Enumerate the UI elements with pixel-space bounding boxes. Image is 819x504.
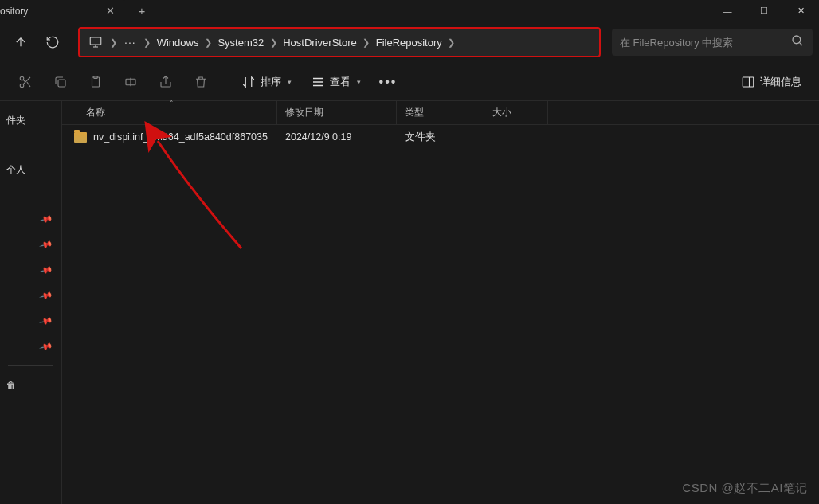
search-box[interactable] xyxy=(612,29,813,56)
sort-label: 排序 xyxy=(261,75,281,89)
file-row[interactable]: nv_dispi.inf_amd64_adf5a840df867035 2024… xyxy=(62,125,819,149)
chevron-right-icon: ❯ xyxy=(200,37,216,48)
chevron-right-icon: ❯ xyxy=(105,37,121,48)
column-header-date[interactable]: 修改日期 xyxy=(277,101,397,124)
pinned-item[interactable]: 📌 xyxy=(0,232,61,257)
details-label: 详细信息 xyxy=(760,75,801,89)
window-controls: — ☐ ✕ xyxy=(709,0,819,21)
sort-icon xyxy=(241,75,256,89)
recycle-icon: 🗑 xyxy=(6,380,16,391)
column-header-type[interactable]: 类型 xyxy=(397,101,484,124)
pin-icon: 📌 xyxy=(39,237,54,252)
chevron-down-icon: ▾ xyxy=(288,78,292,86)
list-icon xyxy=(311,75,325,89)
tab-close-button[interactable]: ✕ xyxy=(102,3,118,19)
breadcrumb-item[interactable]: System32 xyxy=(216,33,265,52)
paste-button[interactable] xyxy=(80,68,112,96)
svg-rect-8 xyxy=(743,77,754,87)
search-input[interactable] xyxy=(620,37,790,49)
breadcrumb-item[interactable]: Windows xyxy=(155,33,201,52)
divider xyxy=(8,365,53,366)
file-name-cell: nv_dispi.inf_amd64_adf5a840df867035 xyxy=(62,131,277,143)
svg-rect-0 xyxy=(90,37,101,45)
pinned-item[interactable]: 📌 xyxy=(0,334,61,359)
rename-icon xyxy=(123,75,138,89)
details-panel-icon xyxy=(741,75,755,89)
breadcrumb-ellipsis[interactable]: ··· xyxy=(121,36,139,49)
sidebar: 件夹 个人 📌 📌 📌 📌 📌 📌 🗑 xyxy=(0,101,62,504)
chevron-right-icon: ❯ xyxy=(139,37,155,48)
chevron-right-icon: ❯ xyxy=(444,37,460,48)
maximize-button[interactable]: ☐ xyxy=(746,0,782,21)
up-button[interactable] xyxy=(6,28,35,57)
share-icon xyxy=(159,75,173,89)
minimize-button[interactable]: — xyxy=(709,0,746,21)
pin-icon: 📌 xyxy=(39,263,54,277)
pc-icon xyxy=(86,35,105,49)
details-button[interactable]: 详细信息 xyxy=(733,68,809,96)
chevron-right-icon: ❯ xyxy=(265,37,281,48)
sidebar-item[interactable]: 件夹 xyxy=(0,107,61,133)
tab-title: ository xyxy=(0,6,102,17)
pinned-item[interactable]: 📌 xyxy=(0,283,61,308)
copy-icon xyxy=(53,75,68,89)
more-button[interactable]: ••• xyxy=(372,68,404,96)
view-button[interactable]: 查看 ▾ xyxy=(303,68,369,96)
svg-point-1 xyxy=(793,36,801,44)
pin-icon: 📌 xyxy=(39,314,54,328)
sort-indicator-icon: ˄ xyxy=(170,100,174,107)
main-area: 件夹 个人 📌 📌 📌 📌 📌 📌 🗑 ˄ 名称 修改日期 类型 大小 xyxy=(0,101,819,504)
file-name: nv_dispi.inf_amd64_adf5a840df867035 xyxy=(93,131,268,143)
trash-icon xyxy=(194,75,208,89)
tab[interactable]: ository ✕ xyxy=(0,0,127,21)
breadcrumb[interactable]: ❯ ··· ❯ Windows ❯ System32 ❯ HostDriverS… xyxy=(78,27,601,57)
sidebar-item-recycle[interactable]: 🗑 xyxy=(0,373,61,398)
title-bar: ository ✕ + — ☐ ✕ xyxy=(0,0,819,21)
breadcrumb-item[interactable]: HostDriverStore xyxy=(281,33,358,52)
svg-rect-4 xyxy=(58,80,65,87)
view-label: 查看 xyxy=(330,75,351,89)
pinned-item[interactable]: 📌 xyxy=(0,308,61,334)
file-type-cell: 文件夹 xyxy=(397,131,484,144)
ellipsis-icon: ••• xyxy=(379,75,398,89)
share-button[interactable] xyxy=(150,68,182,96)
delete-button[interactable] xyxy=(185,68,217,96)
sidebar-item[interactable]: 个人 xyxy=(0,157,61,182)
chevron-down-icon: ▾ xyxy=(357,78,361,86)
folder-icon xyxy=(74,132,87,143)
column-headers: ˄ 名称 修改日期 类型 大小 xyxy=(62,101,819,125)
sort-button[interactable]: 排序 ▾ xyxy=(233,68,300,96)
svg-point-3 xyxy=(20,84,24,88)
nav-bar: ❯ ··· ❯ Windows ❯ System32 ❯ HostDriverS… xyxy=(0,21,819,63)
pinned-item[interactable]: 📌 xyxy=(0,257,61,283)
close-button[interactable]: ✕ xyxy=(782,0,819,21)
search-icon xyxy=(790,33,805,51)
pin-icon: 📌 xyxy=(39,288,54,303)
cut-button[interactable] xyxy=(10,68,41,96)
pin-icon: 📌 xyxy=(39,212,54,226)
breadcrumb-item[interactable]: FileRepository xyxy=(374,33,444,52)
chevron-right-icon: ❯ xyxy=(359,37,374,48)
toolbar: 排序 ▾ 查看 ▾ ••• 详细信息 xyxy=(0,63,819,101)
svg-point-2 xyxy=(20,76,24,80)
rename-button[interactable] xyxy=(115,68,147,96)
column-header-name[interactable]: ˄ 名称 xyxy=(62,101,277,124)
refresh-button[interactable] xyxy=(38,28,67,57)
column-header-size[interactable]: 大小 xyxy=(484,101,548,124)
file-list-area: ˄ 名称 修改日期 类型 大小 nv_dispi.inf_amd64_adf5a… xyxy=(62,101,819,504)
refresh-icon xyxy=(45,35,60,49)
watermark: CSDN @赵不二AI笔记 xyxy=(682,481,808,496)
pinned-item[interactable]: 📌 xyxy=(0,206,61,232)
arrow-up-icon xyxy=(14,35,28,49)
file-date-cell: 2024/12/9 0:19 xyxy=(277,131,397,143)
separator xyxy=(225,73,225,91)
new-tab-button[interactable]: + xyxy=(127,0,156,21)
scissors-icon xyxy=(18,75,33,89)
copy-button[interactable] xyxy=(45,68,76,96)
clipboard-icon xyxy=(88,75,103,89)
pin-icon: 📌 xyxy=(39,339,54,354)
